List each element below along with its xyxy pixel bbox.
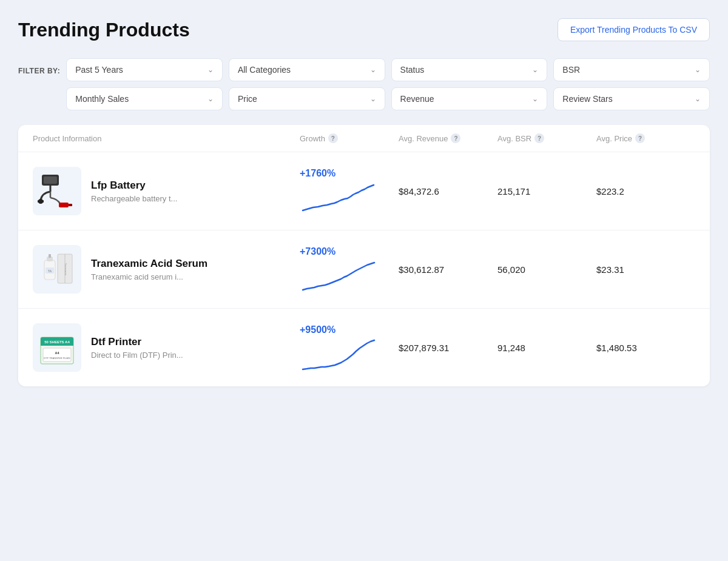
- filter-time-period[interactable]: Past 5 Years ⌄: [66, 58, 223, 81]
- filter-bsr-label: BSR: [562, 65, 580, 75]
- svg-text:TA: TA: [48, 269, 52, 273]
- sparkline-dtf: [300, 338, 379, 371]
- col-avg-bsr: Avg. BSR ?: [497, 133, 596, 143]
- product-image-dtf: A4 DTF TRANSFER FILMS 50 SHEETS A4: [33, 323, 81, 372]
- product-desc-lfp: Rechargeable battery t...: [91, 194, 177, 203]
- svg-rect-6: [69, 204, 72, 206]
- chevron-down-icon: ⌄: [695, 66, 701, 74]
- filter-monthly-sales[interactable]: Monthly Sales ⌄: [66, 87, 223, 110]
- col-growth: Growth ?: [300, 133, 399, 143]
- avg-price-serum: $23.31: [596, 264, 695, 275]
- svg-rect-13: [49, 254, 51, 258]
- product-desc-dtf: Direct to Film (DTF) Prin...: [91, 351, 183, 360]
- filter-revenue[interactable]: Revenue ⌄: [391, 87, 548, 110]
- chevron-down-icon: ⌄: [695, 95, 701, 103]
- avg-revenue-serum: $30,612.87: [399, 264, 497, 275]
- filter-status[interactable]: Status ⌄: [391, 58, 548, 81]
- product-name-dtf: Dtf Printer: [91, 336, 183, 348]
- sparkline-lfp: [300, 181, 379, 215]
- col-product-info: Product Information: [33, 133, 300, 143]
- filter-review-stars-label: Review Stars: [562, 94, 612, 104]
- export-button[interactable]: Export Trending Products To CSV: [558, 18, 710, 41]
- filter-price-label: Price: [238, 94, 257, 104]
- growth-cell-serum: +7300%: [300, 246, 399, 293]
- product-info-serum: Tranexamic Acid Serum Tranexamic acid se…: [91, 258, 207, 281]
- avg-price-dtf: $1,480.53: [596, 343, 695, 353]
- svg-rect-1: [44, 176, 57, 184]
- products-table: Product Information Growth ? Avg. Revenu…: [18, 125, 710, 386]
- svg-text:A4: A4: [55, 351, 59, 355]
- svg-text:50 SHEETS A4: 50 SHEETS A4: [44, 340, 70, 344]
- svg-rect-5: [59, 203, 69, 207]
- sparkline-serum: [300, 260, 379, 293]
- product-cell-serum: Tranexamic TA Tranexamic Acid Serum Tran…: [33, 245, 300, 294]
- filter-categories-label: All Categories: [238, 65, 291, 75]
- chevron-down-icon: ⌄: [207, 95, 214, 103]
- avg-price-help-icon[interactable]: ?: [635, 133, 645, 143]
- avg-bsr-serum: 56,020: [497, 264, 596, 275]
- avg-bsr-lfp: 215,171: [497, 186, 596, 197]
- product-name-serum: Tranexamic Acid Serum: [91, 258, 207, 270]
- table-row: Lfp Battery Rechargeable battery t... +1…: [18, 152, 710, 230]
- filter-time-period-label: Past 5 Years: [75, 65, 123, 75]
- table-row: Tranexamic TA Tranexamic Acid Serum Tran…: [18, 230, 710, 309]
- chevron-down-icon: ⌄: [532, 95, 538, 103]
- avg-bsr-help-icon[interactable]: ?: [534, 133, 544, 143]
- filter-monthly-sales-label: Monthly Sales: [75, 94, 129, 104]
- product-desc-serum: Tranexamic acid serum i...: [91, 272, 207, 281]
- svg-text:DTF TRANSFER FILMS: DTF TRANSFER FILMS: [44, 357, 70, 360]
- avg-revenue-help-icon[interactable]: ?: [451, 133, 460, 143]
- svg-text:Tranexamic: Tranexamic: [64, 263, 67, 276]
- growth-pct-lfp: +1760%: [300, 168, 335, 179]
- filter-revenue-label: Revenue: [400, 94, 434, 104]
- product-name-lfp: Lfp Battery: [91, 180, 177, 192]
- table-row: A4 DTF TRANSFER FILMS 50 SHEETS A4 Dtf P…: [18, 309, 710, 386]
- chevron-down-icon: ⌄: [370, 66, 376, 74]
- svg-rect-7: [38, 200, 44, 203]
- filter-status-label: Status: [400, 65, 425, 75]
- product-cell-lfp: Lfp Battery Rechargeable battery t...: [33, 167, 300, 215]
- growth-pct-serum: +7300%: [300, 246, 335, 257]
- page-title: Trending Products: [18, 19, 190, 41]
- growth-cell-lfp: +1760%: [300, 168, 399, 215]
- growth-pct-dtf: +9500%: [300, 324, 335, 335]
- filter-price[interactable]: Price ⌄: [229, 87, 385, 110]
- growth-help-icon[interactable]: ?: [328, 133, 338, 143]
- table-header: Product Information Growth ? Avg. Revenu…: [18, 125, 710, 152]
- chevron-down-icon: ⌄: [207, 66, 214, 74]
- product-image-serum: Tranexamic TA: [33, 245, 81, 294]
- growth-cell-dtf: +9500%: [300, 324, 399, 371]
- product-info-dtf: Dtf Printer Direct to Film (DTF) Prin...: [91, 336, 183, 360]
- avg-revenue-lfp: $84,372.6: [399, 186, 497, 197]
- filter-categories[interactable]: All Categories ⌄: [229, 58, 385, 81]
- filter-bsr[interactable]: BSR ⌄: [553, 58, 710, 81]
- product-cell-dtf: A4 DTF TRANSFER FILMS 50 SHEETS A4 Dtf P…: [33, 323, 300, 372]
- avg-revenue-dtf: $207,879.31: [399, 343, 497, 353]
- col-avg-price: Avg. Price ?: [596, 133, 695, 143]
- product-info-lfp: Lfp Battery Rechargeable battery t...: [91, 180, 177, 203]
- chevron-down-icon: ⌄: [532, 66, 538, 74]
- avg-bsr-dtf: 91,248: [497, 343, 596, 353]
- col-avg-revenue: Avg. Revenue ?: [399, 133, 497, 143]
- filter-review-stars[interactable]: Review Stars ⌄: [553, 87, 710, 110]
- chevron-down-icon: ⌄: [370, 95, 376, 103]
- avg-price-lfp: $223.2: [596, 186, 695, 197]
- product-image-lfp: [33, 167, 81, 215]
- filter-label: FILTER BY:: [18, 67, 60, 75]
